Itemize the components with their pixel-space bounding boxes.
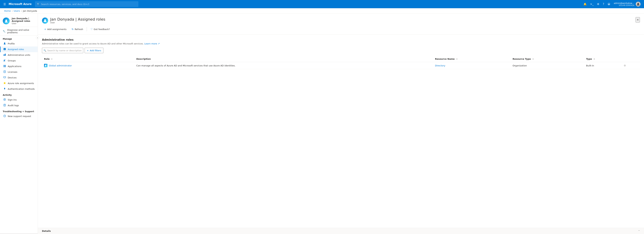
sidebar-item-azure-roles[interactable]: Azure role assignments [0, 81, 38, 86]
top-navigation: ☰ Microsoft Azure 🔍 🔔 >_ ⚙ ? 😀 admin@wor… [0, 0, 644, 8]
svg-rect-16 [4, 77, 6, 78]
sidebar-collapse-button[interactable]: « [36, 36, 39, 39]
user-account-info[interactable]: admin@workatoworkbo... SOLIHN DONYADA [612, 1, 642, 7]
global-search-input[interactable] [41, 3, 136, 5]
svg-text:?: ? [4, 115, 5, 117]
search-input[interactable] [47, 49, 82, 52]
resource-name-sort-icon[interactable]: ↕ [456, 58, 458, 60]
external-link-icon: ↗ [158, 42, 160, 45]
azure-roles-icon [3, 82, 6, 85]
sidebar-admin-units-label: Administrative units [8, 54, 30, 56]
close-panel-button[interactable]: ✕ [636, 17, 640, 22]
svg-rect-13 [4, 71, 6, 73]
licenses-icon [3, 71, 6, 73]
avatar [636, 2, 640, 6]
col-description-label: Description [136, 58, 151, 60]
sidebar-groups-label: Groups [8, 59, 16, 62]
admin-units-icon [3, 54, 6, 56]
cell-role: Global administrator [42, 62, 134, 69]
help-icon[interactable]: ? [601, 1, 606, 7]
nav-icons-group: 🔔 >_ ⚙ ? 😀 admin@workatoworkbo... SOLIHN… [582, 1, 642, 7]
user-email: admin@workatoworkbo... [614, 2, 634, 4]
sign-ins-icon [3, 98, 6, 101]
row-settings-icon[interactable]: ⚙ [624, 64, 626, 67]
content-area: Jan Donyada | Assigned roles User ✕ + Ad… [38, 14, 644, 233]
cell-resource-name: Directory [433, 62, 510, 69]
sidebar-section-troubleshoot: Troubleshooting + Support [0, 108, 38, 114]
sidebar-troubleshoot-section: Troubleshooting + Support ? New support … [0, 108, 38, 119]
page-main-title: Jan Donyada | Assigned roles [50, 17, 105, 21]
sidebar-manage-section: Manage Profile ★ Assigned roles Administ… [0, 36, 38, 92]
sidebar-user-name: Jan Donyada | Assigned roles [12, 17, 35, 22]
sidebar-item-devices[interactable]: Devices [0, 75, 38, 81]
svg-point-2 [4, 43, 5, 44]
table-header: Role ↕ Description Resource Name ↕ Resou… [42, 56, 640, 62]
sidebar-item-assigned-roles[interactable]: ★ Assigned roles [0, 46, 38, 52]
col-role: Role ↕ [42, 56, 134, 62]
table-body: Global administrator Can manage all aspe… [42, 62, 640, 69]
resource-type-sort-icon[interactable]: ↕ [532, 58, 534, 60]
sidebar-item-licenses[interactable]: Licenses [0, 69, 38, 75]
search-box: 🔍 [42, 48, 83, 53]
hamburger-menu[interactable]: ☰ [2, 2, 7, 6]
support-icon: ? [3, 115, 6, 118]
cell-type: Built-in [584, 62, 622, 69]
sidebar-item-diagnose[interactable]: 🔧 Diagnose and solve problems [0, 27, 38, 36]
feedback-label: Got feedback? [94, 28, 110, 30]
sidebar-item-audit-logs[interactable]: Audit logs [0, 103, 38, 108]
cell-settings: ⚙ [622, 62, 640, 69]
table-row: Global administrator Can manage all aspe… [42, 62, 640, 69]
details-chevron-icon: ⌃ [638, 230, 640, 232]
sidebar-audit-logs-label: Audit logs [8, 104, 19, 107]
heart-icon: ♡ [90, 28, 93, 30]
sidebar-auth-methods-label: Authentication methods [8, 88, 35, 90]
svg-marker-19 [4, 82, 6, 84]
wrench-icon: 🔧 [3, 30, 6, 33]
feedback-button[interactable]: ♡ Got feedback? [88, 27, 112, 32]
refresh-button[interactable]: ↻ Refresh [69, 27, 85, 32]
breadcrumb-users[interactable]: Users [14, 10, 20, 12]
sidebar-item-admin-units[interactable]: Administrative units [0, 52, 38, 58]
sidebar-item-support[interactable]: ? New support request [0, 114, 38, 119]
devices-icon [3, 76, 6, 79]
add-icon: + [44, 28, 46, 30]
svg-point-29 [46, 65, 46, 66]
page-subtitle: User [50, 21, 105, 24]
breadcrumb-home[interactable]: Home [4, 10, 11, 12]
role-icon [44, 64, 48, 67]
audit-logs-icon [3, 104, 6, 107]
auth-methods-icon [3, 88, 6, 90]
role-name-link[interactable]: Global administrator [49, 64, 72, 67]
sidebar-item-auth-methods[interactable]: Authentication methods [0, 86, 38, 92]
sidebar-support-label: New support request [8, 115, 31, 117]
feedback-icon[interactable]: 😀 [606, 1, 612, 7]
col-resource-type-label: Resource Type [512, 58, 531, 60]
sidebar-item-groups[interactable]: Groups [0, 58, 38, 63]
content-section: Administrative roles Administrative role… [38, 35, 644, 73]
details-panel: Details ⌃ [38, 228, 644, 233]
type-sort-icon[interactable]: ↕ [594, 58, 595, 60]
sidebar-activity-section: Activity Sign-ins Audit logs [0, 92, 38, 108]
sidebar-sign-ins-label: Sign-ins [8, 99, 17, 101]
page-title-area: Jan Donyada | Assigned roles User [42, 17, 105, 24]
svg-point-1 [5, 19, 7, 21]
sidebar-item-sign-ins[interactable]: Sign-ins [0, 97, 38, 103]
add-filters-button[interactable]: + Add filters [85, 48, 104, 53]
role-sort-icon[interactable]: ↕ [51, 58, 53, 60]
add-assignments-button[interactable]: + Add assignments [42, 27, 69, 32]
col-resource-name-label: Resource Name [435, 58, 454, 60]
resource-name-link[interactable]: Directory [435, 64, 445, 67]
sidebar-item-profile[interactable]: Profile [0, 41, 38, 46]
svg-rect-11 [4, 66, 4, 67]
learn-more-link[interactable]: Learn more ↗ [144, 42, 160, 45]
sidebar: Jan Donyada | Assigned roles User 🔧 Diag… [0, 14, 38, 233]
details-panel-header[interactable]: Details ⌃ [38, 228, 644, 233]
settings-icon[interactable]: ⚙ [596, 1, 601, 7]
sidebar-item-applications[interactable]: Applications [0, 63, 38, 69]
profile-icon [3, 42, 6, 45]
diagnose-label: Diagnose and solve problems [7, 29, 35, 34]
notifications-icon[interactable]: 🔔 [582, 1, 588, 7]
refresh-label: Refresh [75, 28, 83, 30]
cloud-shell-icon[interactable]: >_ [589, 1, 595, 7]
svg-rect-10 [5, 65, 6, 66]
